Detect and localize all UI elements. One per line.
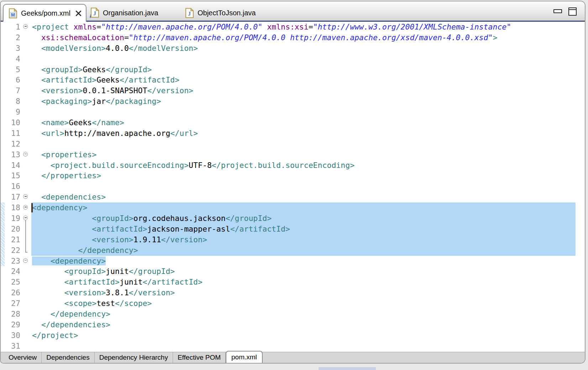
code-line: 4 [1, 54, 585, 64]
code-line-text[interactable] [31, 139, 585, 149]
code-line-text[interactable]: <version>3.8.1</version> [31, 287, 585, 298]
range-gutter [1, 139, 5, 149]
range-gutter [1, 96, 5, 107]
fold-gutter [22, 128, 31, 139]
code-line: 31 [1, 341, 585, 352]
code-line-text[interactable]: <project.build.sourceEncoding>UTF-8</pro… [31, 160, 585, 171]
range-gutter [1, 181, 5, 192]
code-line: 27 <scope>test</scope> [1, 298, 585, 309]
range-gutter [1, 64, 5, 75]
code-line: 6 <artifactId>Geeks</artifactId> [1, 75, 585, 85]
code-line-text[interactable]: <groupId>org.codehaus.jackson</groupId> [31, 213, 585, 224]
code-line: 14 <project.build.sourceEncoding>UTF-8</… [1, 160, 585, 171]
code-line: 22 </dependency> [1, 245, 585, 256]
code-line-text[interactable]: <name>Geeks</name> [31, 117, 585, 128]
code-line-text[interactable]: <groupId>Geeks</groupId> [31, 64, 585, 75]
minimize-icon[interactable] [553, 9, 562, 13]
code-line-text[interactable]: </project> [31, 330, 585, 341]
range-gutter [1, 298, 5, 309]
fold-gutter [22, 107, 31, 117]
code-line-text[interactable]: <modelVersion>4.0.0</modelVersion> [31, 43, 585, 54]
code-line-text[interactable]: </properties> [31, 170, 585, 181]
fold-gutter [22, 277, 31, 287]
editor-tab-objecttojson-java[interactable]: JObjectToJson.java [185, 4, 256, 22]
code-line-text[interactable]: <dependencies> [31, 192, 585, 202]
code-line-text[interactable]: <groupId>junit</groupId> [31, 266, 585, 277]
range-gutter [1, 117, 5, 128]
line-number: 10 [5, 117, 22, 128]
code-line: 7 <version>0.0.1-SNAPSHOT</version> [1, 85, 585, 96]
code-line: 11 <url>http://maven.apache.org</url> [1, 128, 585, 139]
code-line: 30</project> [1, 330, 585, 341]
page-tab-dependencies[interactable]: Dependencies [42, 352, 94, 363]
collapse-minus-icon[interactable] [23, 24, 28, 29]
code-area[interactable]: 1<project xmlns="http://maven.apache.org… [1, 22, 585, 352]
line-number: 13 [5, 149, 22, 160]
fold-gutter [22, 298, 31, 309]
line-number: 12 [5, 139, 22, 149]
fold-gutter [22, 192, 31, 202]
line-number: 14 [5, 160, 22, 171]
code-line-text[interactable]: <url>http://maven.apache.org</url> [31, 128, 585, 139]
code-line-text[interactable]: <scope>test</scope> [31, 298, 585, 309]
maximize-icon[interactable] [568, 7, 577, 16]
line-number: 29 [5, 319, 22, 330]
fold-gutter [22, 287, 31, 298]
fold-gutter [22, 330, 31, 341]
fold-gutter [22, 213, 31, 224]
code-line-text[interactable]: <properties> [31, 149, 585, 160]
range-gutter [1, 75, 5, 85]
code-line: 20 <artifactId>jackson-mapper-asl</artif… [1, 224, 585, 234]
selection-highlight [31, 202, 576, 213]
fold-gutter [22, 245, 31, 256]
code-line-text[interactable]: </dependencies> [31, 319, 585, 330]
line-number: 21 [5, 234, 22, 245]
code-line: 5 <groupId>Geeks</groupId> [1, 64, 585, 75]
code-line-text[interactable]: </dependency> [31, 309, 585, 319]
line-number: 18 [5, 202, 22, 213]
page-tab-dependency-hierarchy[interactable]: Dependency Hierarchy [95, 352, 173, 363]
code-line: 23 <dependency> [1, 256, 585, 266]
editor-tab-organisation-java[interactable]: JiOrganisation.java [90, 4, 158, 22]
range-gutter [1, 160, 5, 171]
code-line-text[interactable] [31, 54, 585, 64]
code-line-text[interactable]: <version>1.9.11</version> [31, 234, 585, 245]
code-line-text[interactable]: <version>0.0.1-SNAPSHOT</version> [31, 85, 585, 96]
svg-text:i: i [90, 14, 91, 18]
code-line-text[interactable]: <artifactId>jackson-mapper-asl</artifact… [31, 224, 585, 234]
code-line-text[interactable]: <artifactId>Geeks</artifactId> [31, 75, 585, 85]
fold-gutter [22, 170, 31, 181]
editor-tab-geeks-pom-xml[interactable]: MGeeks/pom.xml [3, 4, 86, 22]
fold-gutter [22, 96, 31, 107]
code-line: 8 <packaging>jar</packaging> [1, 96, 585, 107]
fold-gutter [22, 224, 31, 234]
code-line: 13 <properties> [1, 149, 585, 160]
text-cursor [31, 203, 33, 212]
collapse-minus-icon[interactable] [23, 216, 28, 220]
fold-gutter [22, 202, 31, 213]
code-line-text[interactable] [31, 341, 585, 352]
code-line-text[interactable]: xsi:schemaLocation="http://maven.apache.… [31, 32, 585, 43]
code-line-text[interactable]: <dependency> [31, 202, 585, 213]
collapse-minus-icon[interactable] [23, 152, 28, 157]
code-line-text[interactable]: <artifactId>junit</artifactId> [31, 277, 585, 287]
page-tab-overview[interactable]: Overview [4, 352, 42, 363]
code-line-text[interactable]: <project xmlns="http://maven.apache.org/… [31, 22, 585, 32]
range-gutter [1, 32, 5, 43]
code-line-text[interactable]: </dependency> [31, 245, 585, 256]
code-line-text[interactable] [31, 181, 585, 192]
line-number: 20 [5, 224, 22, 234]
collapse-minus-icon[interactable] [23, 258, 28, 263]
code-line-text[interactable] [31, 107, 585, 117]
fold-scope-end [25, 252, 27, 253]
code-line-text[interactable]: <packaging>jar</packaging> [31, 96, 585, 107]
close-icon[interactable] [75, 10, 82, 16]
collapse-minus-icon[interactable] [23, 194, 28, 199]
page-tab-effective-pom[interactable]: Effective POM [173, 352, 226, 363]
code-line-text[interactable]: <dependency> [31, 256, 585, 266]
collapse-minus-icon[interactable] [23, 205, 28, 210]
range-gutter [1, 170, 5, 181]
page-tab-pom-xml[interactable]: pom.xml [226, 351, 263, 363]
fold-gutter [22, 64, 31, 75]
code-line: 3 <modelVersion>4.0.0</modelVersion> [1, 43, 585, 54]
